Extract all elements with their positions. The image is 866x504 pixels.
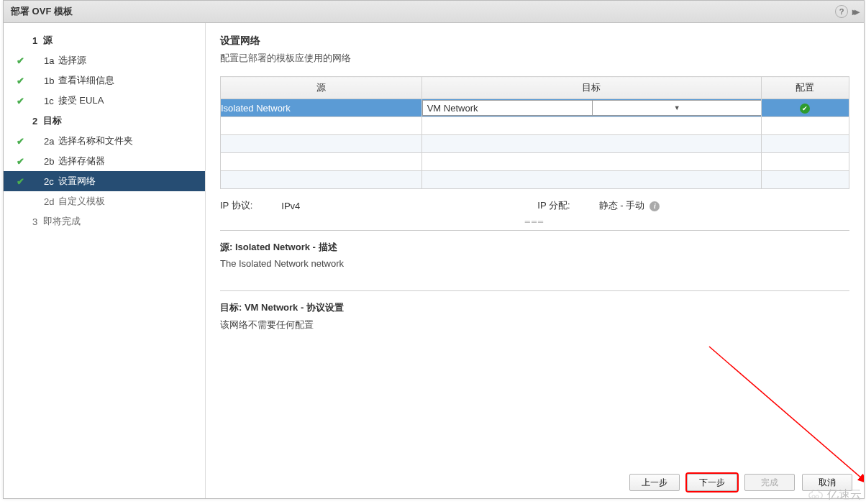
network-mapping-table: 源 目标 配置 Isolated Network VM Network ▼ [220, 76, 849, 189]
table-row [221, 153, 849, 171]
info-icon[interactable]: i [650, 201, 660, 211]
chevron-down-icon: ▼ [592, 101, 762, 115]
step-1a-select-source[interactable]: ✔ 1a 选择源 [4, 50, 205, 70]
step-1b-review-details[interactable]: ✔ 1b 查看详细信息 [4, 70, 205, 91]
ip-allocation-label: IP 分配: [537, 199, 570, 212]
back-button[interactable]: 上一步 [629, 474, 680, 491]
config-ok-icon: ✔ [800, 104, 810, 114]
ip-protocol-value: IPv4 [281, 201, 300, 211]
table-row [221, 117, 849, 135]
dialog-title: 部署 OVF 模板 [11, 5, 73, 18]
svg-line-1 [709, 347, 864, 483]
ip-protocol-label: IP 协议: [220, 199, 252, 212]
divider [220, 230, 849, 231]
help-icon[interactable]: ? [835, 5, 848, 18]
step-3-ready-to-complete[interactable]: 3 即将完成 [4, 211, 205, 232]
step-2a-select-name-folder[interactable]: ✔ 2a 选择名称和文件夹 [4, 131, 205, 151]
check-icon: ✔ [17, 55, 24, 66]
target-network-value: VM Network [423, 103, 592, 114]
page-title: 设置网络 [220, 35, 849, 47]
cancel-button[interactable]: 取消 [802, 474, 852, 491]
target-protocol-text: 该网络不需要任何配置 [220, 319, 849, 331]
page-subtitle: 配置已部署的模板应使用的网络 [220, 52, 849, 65]
step-2b-select-storage[interactable]: ✔ 2b 选择存储器 [4, 151, 205, 171]
source-description-title: 源: Isolated Network - 描述 [220, 241, 849, 254]
source-network-cell: Isolated Network [221, 99, 422, 117]
wizard-footer: 上一步 下一步 完成 取消 [629, 474, 852, 491]
col-source-header[interactable]: 源 [221, 77, 422, 99]
table-row [221, 135, 849, 153]
col-config-header[interactable]: 配置 [761, 77, 849, 99]
check-icon: ✔ [17, 96, 24, 106]
ovf-wizard-dialog: 部署 OVF 模板 ? ▸▸ 1 源 ✔ 1a 选择源 ✔ 1b 查看详细信息 [3, 0, 865, 499]
finish-button: 完成 [744, 474, 795, 491]
check-icon: ✔ [17, 156, 24, 167]
target-network-dropdown[interactable]: VM Network ▼ [422, 100, 762, 116]
source-description-text: The Isolated Network network [220, 258, 849, 269]
expand-icon[interactable]: ▸▸ [852, 6, 857, 17]
step-2c-setup-networks[interactable]: ✔ 2c 设置网络 [4, 171, 205, 191]
next-button[interactable]: 下一步 [687, 474, 737, 491]
step-2-destination[interactable]: 2 目标 [4, 111, 205, 131]
divider [220, 290, 849, 291]
table-row [221, 171, 849, 189]
dialog-titlebar: 部署 OVF 模板 ? ▸▸ [4, 1, 864, 23]
check-icon: ✔ [17, 75, 24, 86]
wizard-sidebar: 1 源 ✔ 1a 选择源 ✔ 1b 查看详细信息 ✔ 1c 接受 EULA 2 … [4, 23, 206, 498]
step-1c-accept-eula[interactable]: ✔ 1c 接受 EULA [4, 91, 205, 111]
col-target-header[interactable]: 目标 [421, 77, 761, 99]
wizard-content: 设置网络 配置已部署的模板应使用的网络 源 目标 配置 Isolated Net… [206, 23, 864, 498]
network-row-selected[interactable]: Isolated Network VM Network ▼ ✔ [221, 99, 849, 117]
target-protocol-title: 目标: VM Network - 协议设置 [220, 301, 849, 314]
step-2d-customize-template[interactable]: 2d 自定义模板 [4, 191, 205, 211]
ip-allocation-value: 静态 - 手动 [599, 200, 645, 211]
check-icon: ✔ [17, 176, 24, 187]
check-icon: ✔ [17, 136, 24, 147]
ip-protocol-row: IP 协议: IPv4 IP 分配: 静态 - 手动 i [220, 189, 849, 219]
resize-grabber-icon[interactable]: ═══ [220, 218, 849, 226]
step-1-source[interactable]: 1 源 [4, 30, 205, 50]
